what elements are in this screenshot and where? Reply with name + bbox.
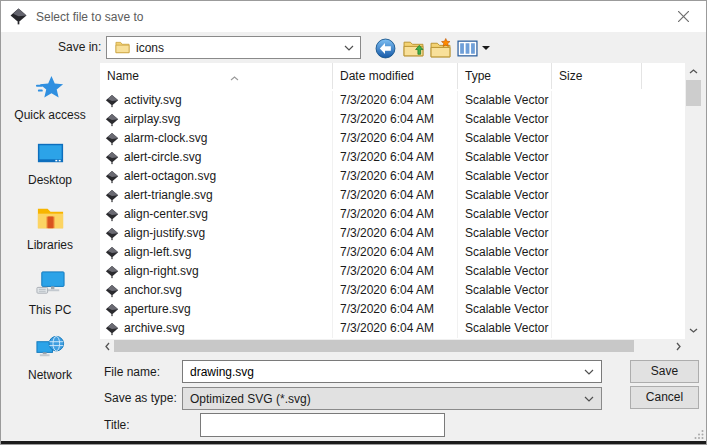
save-in-label: Save in: (58, 40, 101, 54)
file-type: Scalable Vector Gr... (458, 129, 552, 148)
sort-ascending-icon (230, 64, 239, 89)
file-date: 7/3/2020 6:04 AM (333, 110, 458, 129)
file-date: 7/3/2020 6:04 AM (333, 167, 458, 186)
back-button[interactable] (372, 35, 398, 61)
file-row[interactable]: alert-octagon.svg 7/3/2020 6:04 AM Scala… (100, 167, 685, 186)
vertical-scrollbar[interactable] (685, 63, 702, 339)
close-icon (678, 11, 689, 22)
file-type: Scalable Vector Gr... (458, 243, 552, 262)
file-type: Scalable Vector Gr... (458, 319, 552, 338)
horizontal-scrollbar[interactable] (100, 339, 685, 353)
file-row[interactable]: align-center.svg 7/3/2020 6:04 AM Scalab… (100, 205, 685, 224)
sidebar-item-label: Quick access (14, 108, 85, 122)
new-folder-button[interactable] (427, 35, 453, 61)
chevron-down-icon (344, 45, 354, 51)
vertical-scroll-thumb[interactable] (686, 80, 701, 106)
file-date: 7/3/2020 6:04 AM (333, 300, 458, 319)
up-one-level-button[interactable] (400, 35, 426, 61)
file-type: Scalable Vector Gr... (458, 186, 552, 205)
save-button[interactable]: Save (630, 360, 699, 383)
file-row[interactable]: align-justify.svg 7/3/2020 6:04 AM Scala… (100, 224, 685, 243)
file-row[interactable]: activity.svg 7/3/2020 6:04 AM Scalable V… (100, 91, 685, 110)
file-name-input[interactable] (190, 365, 584, 379)
file-size (552, 300, 642, 319)
file-list-panel: Name Date modified Type Size activity.sv… (100, 63, 702, 353)
file-type: Scalable Vector Gr... (458, 110, 552, 129)
view-menu-button[interactable] (454, 35, 492, 61)
save-in-combobox[interactable]: icons (106, 36, 361, 59)
inkscape-file-icon (105, 170, 119, 184)
scrollbar-corner (685, 339, 702, 353)
new-folder-icon (430, 38, 451, 59)
folder-icon (115, 41, 130, 54)
file-name-combobox[interactable] (182, 360, 602, 383)
close-button[interactable] (661, 1, 706, 31)
inkscape-file-icon (105, 246, 119, 260)
file-row[interactable]: anchor.svg 7/3/2020 6:04 AM Scalable Vec… (100, 281, 685, 300)
sidebar-item-quick-access[interactable]: Quick access (5, 73, 95, 122)
network-icon (35, 333, 66, 364)
file-row[interactable]: align-right.svg 7/3/2020 6:04 AM Scalabl… (100, 262, 685, 281)
file-date: 7/3/2020 6:04 AM (333, 319, 458, 338)
file-date: 7/3/2020 6:04 AM (333, 148, 458, 167)
file-date: 7/3/2020 6:04 AM (333, 262, 458, 281)
scroll-right-icon[interactable] (671, 339, 685, 353)
save-as-type-value: Optimized SVG (*.svg) (190, 392, 311, 406)
chevron-down-icon (584, 369, 594, 375)
file-row[interactable]: alert-triangle.svg 7/3/2020 6:04 AM Scal… (100, 186, 685, 205)
file-type: Scalable Vector Gr... (458, 300, 552, 319)
file-date: 7/3/2020 6:04 AM (333, 205, 458, 224)
scroll-up-icon[interactable] (685, 64, 702, 79)
file-type: Scalable Vector Gr... (458, 167, 552, 186)
file-type: Scalable Vector Gr... (458, 262, 552, 281)
column-header-size[interactable]: Size (552, 63, 642, 89)
sidebar-item-this-pc[interactable]: This PC (5, 268, 95, 317)
inkscape-logo-icon (10, 8, 27, 25)
save-as-type-dropdown[interactable]: Optimized SVG (*.svg) (182, 387, 602, 410)
view-menu-caret-icon (482, 46, 490, 50)
file-size (552, 129, 642, 148)
file-name: alert-octagon.svg (124, 167, 216, 186)
file-row[interactable]: align-left.svg 7/3/2020 6:04 AM Scalable… (100, 243, 685, 262)
file-type: Scalable Vector Gr... (458, 281, 552, 300)
view-menu-icon (457, 38, 478, 59)
resize-grip[interactable] (694, 429, 704, 439)
title-label: Title: (104, 418, 130, 432)
file-row[interactable]: aperture.svg 7/3/2020 6:04 AM Scalable V… (100, 300, 685, 319)
file-row[interactable]: alert-circle.svg 7/3/2020 6:04 AM Scalab… (100, 148, 685, 167)
file-name-label: File name: (104, 365, 160, 379)
file-list-rows: activity.svg 7/3/2020 6:04 AM Scalable V… (100, 91, 685, 339)
save-file-dialog: Select file to save to Save in: icons (0, 0, 707, 445)
inkscape-file-icon (105, 322, 119, 336)
column-header-date-modified[interactable]: Date modified (333, 63, 458, 89)
this-pc-icon (35, 268, 66, 299)
scroll-down-icon[interactable] (685, 323, 702, 338)
sidebar-item-label: Libraries (27, 238, 73, 252)
horizontal-scroll-thumb[interactable] (114, 340, 634, 352)
file-name: airplay.svg (124, 110, 180, 129)
libraries-icon (35, 203, 66, 234)
file-name: align-right.svg (124, 262, 199, 281)
title-input[interactable] (200, 413, 445, 437)
file-row[interactable]: airplay.svg 7/3/2020 6:04 AM Scalable Ve… (100, 110, 685, 129)
file-size (552, 262, 642, 281)
inkscape-file-icon (105, 113, 119, 127)
sidebar-item-network[interactable]: Network (5, 333, 95, 382)
file-size (552, 148, 642, 167)
file-date: 7/3/2020 6:04 AM (333, 186, 458, 205)
file-type: Scalable Vector Gr... (458, 148, 552, 167)
inkscape-file-icon (105, 284, 119, 298)
file-name: activity.svg (124, 91, 182, 110)
cancel-button[interactable]: Cancel (630, 386, 699, 409)
sidebar-item-desktop[interactable]: Desktop (5, 138, 95, 187)
up-folder-icon (403, 38, 424, 59)
file-date: 7/3/2020 6:04 AM (333, 281, 458, 300)
file-row[interactable]: archive.svg 7/3/2020 6:04 AM Scalable Ve… (100, 319, 685, 338)
sidebar-item-libraries[interactable]: Libraries (5, 203, 95, 252)
file-size (552, 205, 642, 224)
column-header-type[interactable]: Type (458, 63, 552, 89)
file-row[interactable]: alarm-clock.svg 7/3/2020 6:04 AM Scalabl… (100, 129, 685, 148)
column-header-name[interactable]: Name (100, 63, 333, 89)
scroll-left-icon[interactable] (100, 339, 114, 353)
inkscape-file-icon (105, 151, 119, 165)
